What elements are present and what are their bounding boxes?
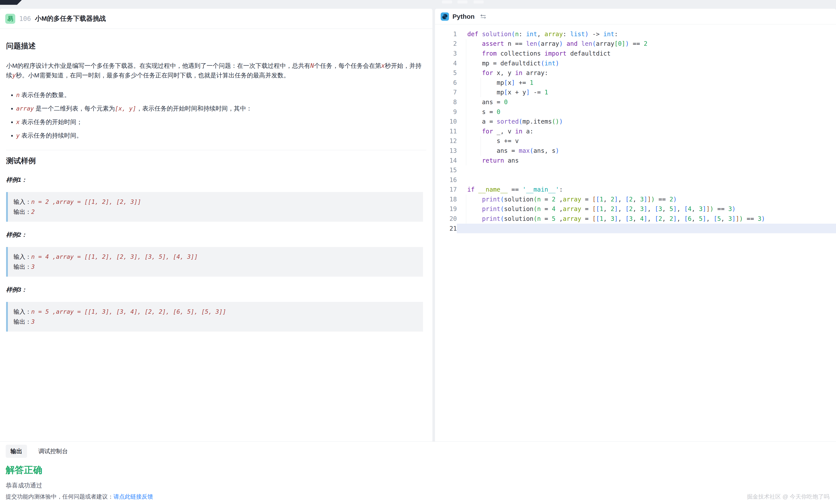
inline-code: array	[16, 105, 34, 112]
language-swap-icon[interactable]	[480, 14, 487, 19]
code-content[interactable]: return ans	[457, 156, 836, 166]
code-token: array	[563, 205, 581, 213]
code-token: array	[596, 40, 614, 47]
code-line[interactable]: 5 for x, y in array:	[435, 68, 836, 78]
code-token: =	[581, 205, 592, 213]
code-token: __name__	[478, 186, 508, 193]
code-token: 2	[669, 215, 673, 222]
tab-output[interactable]: 输出	[6, 445, 27, 458]
console-tabs: 输出 调试控制台	[6, 445, 830, 458]
code-line[interactable]: 20 print(solution(n = 5 ,array = [[1, 3]…	[435, 214, 836, 224]
code-content[interactable]: ans = max(ans, s)	[457, 146, 836, 156]
code-token: 3	[640, 205, 644, 213]
sample-value: 3	[31, 263, 35, 270]
code-content[interactable]: mp[x] += 1	[457, 78, 836, 88]
indent-guide	[480, 136, 481, 146]
code-line[interactable]: 8 ans = 0	[435, 97, 836, 107]
code-line[interactable]: 19 print(solution(n = 4 ,array = [[1, 2]…	[435, 204, 836, 214]
code-token: len	[581, 40, 592, 47]
code-content[interactable]: if __name__ == '__main__':	[457, 185, 836, 195]
code-token: 6	[688, 215, 692, 222]
sample-line: 输入：n = 2 ,array = [[1, 2], [2, 3]]	[14, 197, 417, 207]
code-content[interactable]: s = 0	[457, 107, 836, 117]
code-token: (	[511, 31, 515, 38]
language-label[interactable]: Python	[453, 13, 475, 20]
sample-value: n = 4 ,array = [[1, 2], [2, 3], [3, 5], …	[31, 253, 198, 260]
code-line[interactable]: 17if __name__ == '__main__':	[435, 185, 836, 195]
code-token: print	[482, 196, 500, 203]
code-token: :	[559, 186, 563, 193]
code-token: )	[651, 196, 655, 203]
code-content[interactable]: for x, y in array:	[457, 68, 836, 78]
code-line[interactable]: 4 mp = defaultdict(int)	[435, 58, 836, 68]
code-content[interactable]: assert n == len(array) and len(array[0])…	[457, 39, 836, 49]
code-line[interactable]: 13 ans = max(ans, s)	[435, 146, 836, 156]
code-token: ]	[703, 215, 706, 222]
code-line[interactable]: 11 for _, v in a:	[435, 127, 836, 136]
code-token: ,	[618, 196, 625, 203]
code-token: n	[515, 31, 519, 38]
tab-debug-console[interactable]: 调试控制台	[34, 445, 73, 458]
ghost-tab	[442, 0, 452, 3]
code-line[interactable]: 15	[435, 165, 836, 175]
code-line[interactable]: 9 s = 0	[435, 107, 836, 117]
line-number: 14	[435, 157, 457, 164]
code-token: len	[526, 40, 537, 47]
code-token: array	[545, 31, 563, 38]
code-token: 1	[600, 215, 603, 222]
feedback-link[interactable]: 请点此链接反馈	[113, 493, 153, 500]
code-token: 1	[530, 79, 534, 86]
code-token: [	[625, 205, 629, 213]
code-content[interactable]: s += v	[457, 136, 836, 146]
code-token: collections	[497, 50, 545, 57]
problem-panel: 易 106 小M的多任务下载器挑战 问题描述 小M的程序设计大作业是编写一个多任…	[0, 9, 432, 442]
code-content[interactable]: print(solution(n = 5 ,array = [[1, 3], […	[457, 214, 836, 224]
code-editor[interactable]: 1def solution(n: int, array: list) -> in…	[435, 24, 836, 233]
code-line[interactable]: 14 return ans	[435, 156, 836, 166]
code-token	[467, 157, 482, 164]
code-content[interactable]: print(solution(n = 2 ,array = [[1, 2], […	[457, 194, 836, 204]
line-number: 18	[435, 196, 457, 203]
code-content[interactable]: a = sorted(mp.items())	[457, 117, 836, 127]
code-line[interactable]: 18 print(solution(n = 2 ,array = [[1, 2]…	[435, 194, 836, 204]
code-token: 2	[659, 215, 662, 222]
line-number: 5	[435, 69, 457, 77]
code-token: 0	[497, 108, 500, 116]
code-line[interactable]: 21	[435, 224, 836, 233]
result-subtitle: 恭喜成功通过	[6, 481, 830, 490]
code-line[interactable]: 3 from collections import defaultdict	[435, 49, 836, 58]
code-content[interactable]: from collections import defaultdict	[457, 49, 836, 58]
code-content[interactable]: print(solution(n = 4 ,array = [[1, 2], […	[457, 204, 836, 214]
code-line[interactable]: 7 mp[x + y] -= 1	[435, 88, 836, 97]
code-token: max	[519, 147, 530, 154]
code-content[interactable]	[457, 224, 836, 233]
code-token	[577, 40, 581, 47]
code-token	[467, 40, 482, 47]
code-content[interactable]: for _, v in a:	[457, 127, 836, 136]
code-content[interactable]: mp[x + y] -= 1	[457, 88, 836, 97]
code-content[interactable]: ans = 0	[457, 97, 836, 107]
code-token: ,	[618, 215, 625, 222]
code-line[interactable]: 12 s += v	[435, 136, 836, 146]
line-number: 7	[435, 89, 457, 96]
code-token: '__main__'	[522, 186, 559, 193]
result-title: 解答正确	[6, 464, 830, 476]
code-line[interactable]: 16	[435, 175, 836, 185]
code-token: (	[500, 215, 504, 222]
code-line[interactable]: 10 a = sorted(mp.items())	[435, 117, 836, 127]
code-content[interactable]: def solution(n: int, array: list) -> int…	[457, 29, 836, 39]
code-token: ,	[691, 205, 699, 213]
code-token: ,	[603, 196, 611, 203]
code-line[interactable]: 2 assert n == len(array) and len(array[0…	[435, 39, 836, 49]
code-token: 2	[629, 196, 633, 203]
code-content[interactable]: mp = defaultdict(int)	[457, 58, 836, 68]
code-token: ,	[633, 205, 640, 213]
code-token: 3	[629, 215, 633, 222]
code-line[interactable]: 6 mp[x] += 1	[435, 78, 836, 88]
indent-guide	[466, 107, 466, 117]
code-line[interactable]: 1def solution(n: int, array: list) -> in…	[435, 29, 836, 39]
code-content[interactable]	[457, 165, 836, 175]
code-content[interactable]	[457, 175, 836, 185]
code-token: )	[761, 215, 765, 222]
code-token: (	[500, 205, 504, 213]
